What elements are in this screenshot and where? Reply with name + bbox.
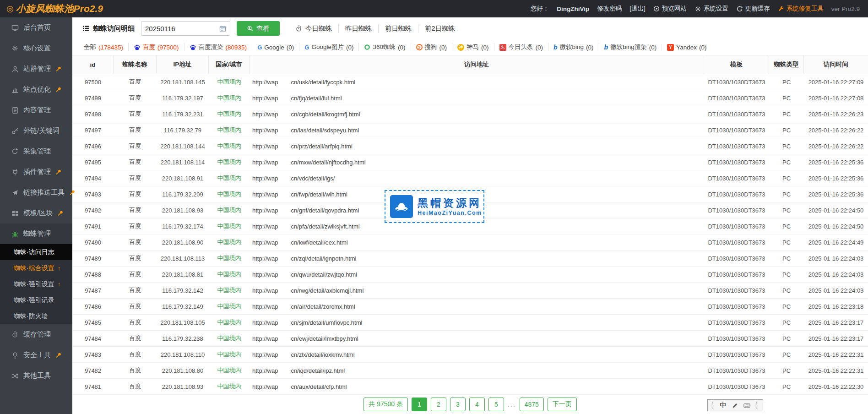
column-header-visit-url: 访问地址 xyxy=(250,55,704,74)
cell-spider-type: PC xyxy=(769,90,804,106)
column-header-visit-time: 访问时间 xyxy=(804,55,868,74)
page-button[interactable]: 5 xyxy=(488,398,504,411)
cell-spider-name: 百度 xyxy=(114,363,157,378)
cell-visit-time: 2025-01-16 22:24:03 xyxy=(804,267,868,282)
last-page-button[interactable]: 4875 xyxy=(520,398,544,411)
url-censored-domain xyxy=(278,287,291,294)
quick-link[interactable]: 前日蜘蛛 xyxy=(378,24,418,33)
sidebar-item[interactable]: 站点优化 xyxy=(0,79,72,100)
cell-region: 中国境内 xyxy=(209,202,250,218)
cell-spider-type: PC xyxy=(769,154,804,170)
cell-region: 中国境内 xyxy=(209,106,250,122)
spider-filter[interactable]: S 搜狗 (0) xyxy=(411,43,452,51)
pen-icon[interactable] xyxy=(732,403,738,409)
cell-visit-time: 2025-01-16 22:23:18 xyxy=(804,299,868,314)
sidebar-item[interactable]: 采集管理 xyxy=(0,141,72,162)
sidebar-item[interactable]: 缓存管理 xyxy=(0,324,72,345)
change-password-link[interactable]: 修改密码 xyxy=(597,5,622,13)
filter-label: Google图片 xyxy=(311,43,344,51)
cell-ip: 116.179.32.197 xyxy=(157,90,209,106)
calendar-icon[interactable] xyxy=(219,25,226,32)
sidebar-item[interactable]: 链接推送工具 xyxy=(0,182,72,203)
date-input[interactable] xyxy=(145,25,219,33)
url-prefix: http://wap xyxy=(252,287,278,294)
spider-filter[interactable]: b 微软bing渲染 (0) xyxy=(599,43,662,51)
cell-ip: 116.179.32.238 xyxy=(157,331,209,346)
keyboard-icon[interactable] xyxy=(743,402,750,409)
cell-visit-url: http://wap cn/sjm/detail/umfiovpc.html xyxy=(250,315,704,330)
page-button[interactable]: 2 xyxy=(431,398,446,411)
cell-spider-name: 百度 xyxy=(114,283,157,298)
cell-region: 中国境内 xyxy=(209,267,250,282)
cell-template: DT1030/1030DT3673 xyxy=(704,106,769,122)
preview-site-link[interactable]: 预览网站 xyxy=(653,5,687,13)
update-cache-link[interactable]: 更新缓存 xyxy=(736,5,770,13)
sidebar-item[interactable]: 其他工具 xyxy=(0,365,72,386)
up-arrow-indicator: ↑ xyxy=(58,265,60,272)
cell-spider-name: 百度 xyxy=(114,106,157,122)
ime-drag-handle[interactable] xyxy=(712,402,714,409)
cell-visit-time: 2025-01-16 22:25:36 xyxy=(804,154,868,170)
sidebar-item[interactable]: 站群管理 xyxy=(0,59,72,79)
sidebar-item[interactable]: 后台首页 xyxy=(0,17,72,38)
sidebar-subitem[interactable]: 蜘蛛·综合设置 ↑ xyxy=(0,260,72,276)
next-page-button[interactable]: 下一页 xyxy=(548,398,577,411)
sidebar-item[interactable]: 模板/区块 xyxy=(0,203,72,223)
system-settings-link[interactable]: 系统设置 xyxy=(694,5,728,13)
sidebar-subitem[interactable]: 蜘蛛·强引设置 ↑ xyxy=(0,276,72,292)
current-user[interactable]: DingZhiVip xyxy=(557,5,589,12)
filter-label: 神马 xyxy=(467,43,479,51)
ime-toolbar[interactable]: 中 xyxy=(707,399,763,411)
spider-filter[interactable]: G Google (0) xyxy=(252,44,299,51)
spider-filter[interactable]: 360蜘蛛 (0) xyxy=(358,43,410,51)
column-header-spider-type: 蜘蛛类型 xyxy=(769,55,804,74)
filter-label: 微软bing xyxy=(560,43,584,51)
cell-spider-type: PC xyxy=(769,234,804,250)
sidebar-item[interactable]: 核心设置 xyxy=(0,38,72,59)
spider-filter[interactable]: 百度渲染 (80935) xyxy=(184,43,252,51)
cell-region: 中国境内 xyxy=(209,379,250,394)
ime-drag-handle[interactable] xyxy=(756,402,758,409)
ime-language-toggle[interactable]: 中 xyxy=(720,401,727,409)
cell-ip: 220.181.108.145 xyxy=(157,74,209,90)
spider-filter[interactable]: Y Yandex (0) xyxy=(662,44,711,51)
sidebar-item-spider-management[interactable]: 蜘蛛管理 xyxy=(0,223,72,244)
url-prefix: http://wap xyxy=(252,127,278,134)
spider-filter[interactable]: b 微软bing (0) xyxy=(548,43,599,51)
spider-filter[interactable]: 百度 (97500) xyxy=(128,43,184,51)
filter-label: 360蜘蛛 xyxy=(373,43,396,51)
cell-ip: 220.181.108.144 xyxy=(157,138,209,154)
view-button-label: 查看 xyxy=(256,24,270,33)
quick-link[interactable]: 前2日蜘蛛 xyxy=(418,24,461,33)
cell-id: 97495 xyxy=(72,154,114,170)
spider-filter[interactable]: 头 今日头条 (0) xyxy=(494,43,548,51)
sidebar-item[interactable]: 安全工具 xyxy=(0,345,72,365)
cell-visit-time: 2025-01-16 22:22:31 xyxy=(804,363,868,378)
url-path: cn/prz/detail/arfplq.html xyxy=(291,143,352,150)
key-icon xyxy=(11,127,19,135)
system-repair-tool-link[interactable]: 系统修复工具 xyxy=(778,5,824,13)
spider-filter[interactable]: 全部 (178435) xyxy=(79,43,128,51)
cell-spider-name: 百度 xyxy=(114,234,157,250)
spider-filter[interactable]: G Google图片 (0) xyxy=(299,43,358,51)
page-button[interactable]: 3 xyxy=(450,398,466,411)
cell-id: 97481 xyxy=(72,379,114,394)
cell-id: 97484 xyxy=(72,331,114,346)
quick-link[interactable]: 昨日蜘蛛 xyxy=(338,24,378,33)
page-button[interactable]: 4 xyxy=(469,398,485,411)
bing-icon: b xyxy=(553,44,558,51)
sidebar-item[interactable]: 插件管理 xyxy=(0,162,72,182)
spider-filter[interactable]: 神 神马 (0) xyxy=(452,43,494,51)
sidebar-item[interactable]: 外链/关键词 xyxy=(0,120,72,141)
page-button[interactable]: 1 xyxy=(412,398,427,411)
cell-visit-url: http://wap cn/zlx/detail/ioxkmv.html xyxy=(250,347,704,362)
logout-link[interactable]: [退出] xyxy=(629,5,646,13)
url-path: cn/iqd/detail/ipz.html xyxy=(291,367,345,374)
sidebar-subitem[interactable]: 蜘蛛·防火墙 xyxy=(0,308,72,324)
sidebar-subitem[interactable]: 蜘蛛·访问日志 xyxy=(0,244,72,260)
sidebar-item[interactable]: 内容管理 xyxy=(0,100,72,120)
sidebar-subitem[interactable]: 蜘蛛·强引记录 xyxy=(0,292,72,308)
quick-link[interactable]: 今日蜘蛛 xyxy=(289,24,338,33)
view-button[interactable]: 查看 xyxy=(237,21,280,36)
page-title: 蜘蛛访问明细 xyxy=(82,24,135,33)
